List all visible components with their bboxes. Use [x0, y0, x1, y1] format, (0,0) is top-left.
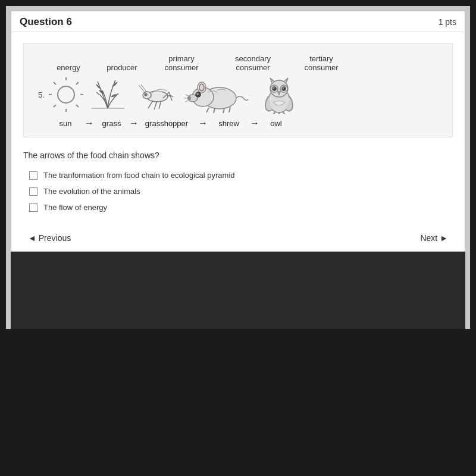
svg-line-8 [54, 105, 56, 107]
svg-line-7 [76, 82, 79, 84]
chain-item-owl [255, 76, 303, 114]
question-text: The arrows of the food chain shows? [23, 151, 453, 160]
option-3-label: The flow of energy [43, 203, 107, 212]
next-button[interactable]: Next ► [415, 231, 453, 245]
owl-icon [255, 76, 303, 114]
options-list: The tranformation from food chain to eco… [23, 171, 453, 212]
row-number: 5. [38, 90, 45, 99]
label-producer: producer [95, 63, 149, 72]
svg-point-0 [58, 86, 74, 103]
svg-point-22 [199, 84, 204, 91]
question-title: Question 6 [20, 16, 72, 28]
svg-line-12 [139, 85, 145, 92]
chain-images-row: 5. [30, 76, 446, 114]
svg-line-30 [214, 108, 215, 113]
svg-point-17 [145, 93, 147, 96]
chain-item-grasshopper [130, 76, 184, 114]
arrow-3: → [198, 118, 208, 129]
label-primary: primaryconsumer [149, 54, 214, 72]
question-card-wrapper: Question 6 1 pts energy producer primary… [6, 6, 470, 329]
svg-point-39 [273, 87, 274, 89]
option-1[interactable]: The tranformation from food chain to eco… [29, 171, 453, 180]
previous-button[interactable]: ◄ Previous [23, 231, 76, 245]
food-chain-diagram: energy producer primaryconsumer secondar… [23, 43, 453, 137]
label-secondary: secondaryconsumer [214, 54, 292, 72]
svg-line-5 [54, 82, 56, 84]
chain-labels-row: energy producer primaryconsumer secondar… [30, 54, 446, 72]
question-header: Question 6 1 pts [11, 11, 465, 32]
arrow-4: → [250, 118, 259, 129]
svg-line-15 [154, 101, 157, 109]
question-card: Question 6 1 pts energy producer primary… [11, 11, 465, 252]
arrow-1: → [84, 118, 94, 129]
chain-names-row: sun → grass → grasshopper → shrew → owl [30, 118, 446, 129]
svg-line-6 [76, 105, 79, 107]
sun-icon [47, 76, 86, 114]
checkbox-1[interactable] [29, 171, 37, 180]
label-energy: energy [42, 63, 95, 72]
question-pts: 1 pts [439, 17, 456, 27]
label-tertiary: tertiaryconsumer [292, 54, 351, 72]
grass-icon [86, 76, 130, 114]
page-wrapper: Question 6 1 pts energy producer primary… [0, 6, 476, 329]
chain-name-grasshopper: grasshopper [140, 119, 193, 128]
svg-line-29 [206, 108, 209, 112]
checkbox-3[interactable] [29, 203, 37, 212]
svg-line-32 [229, 107, 230, 112]
svg-point-40 [283, 87, 284, 89]
chain-name-shrew: shrew [212, 119, 245, 128]
svg-line-41 [273, 112, 275, 114]
checkbox-2[interactable] [29, 187, 37, 196]
chain-item-shrew [184, 76, 255, 114]
question-body: energy producer primaryconsumer secondar… [11, 32, 465, 223]
chain-item-sun: 5. [38, 76, 86, 114]
svg-line-13 [141, 84, 146, 92]
chain-item-grass [86, 76, 130, 114]
nav-bar: ◄ Previous Next ► [11, 225, 465, 251]
bottom-dark-area [11, 252, 465, 329]
grasshopper-icon [130, 76, 184, 114]
svg-line-14 [148, 101, 153, 108]
svg-line-43 [283, 112, 285, 114]
shrew-icon [184, 76, 255, 114]
arrow-2: → [129, 118, 139, 129]
chain-name-owl: owl [264, 119, 288, 128]
chain-name-grass: grass [95, 119, 128, 128]
option-2-label: The evolution of the animals [43, 187, 140, 196]
option-1-label: The tranformation from food chain to eco… [43, 171, 235, 180]
svg-point-24 [196, 93, 198, 95]
option-3[interactable]: The flow of energy [29, 203, 453, 212]
chain-name-sun: sun [48, 119, 83, 128]
option-2[interactable]: The evolution of the animals [29, 187, 453, 196]
